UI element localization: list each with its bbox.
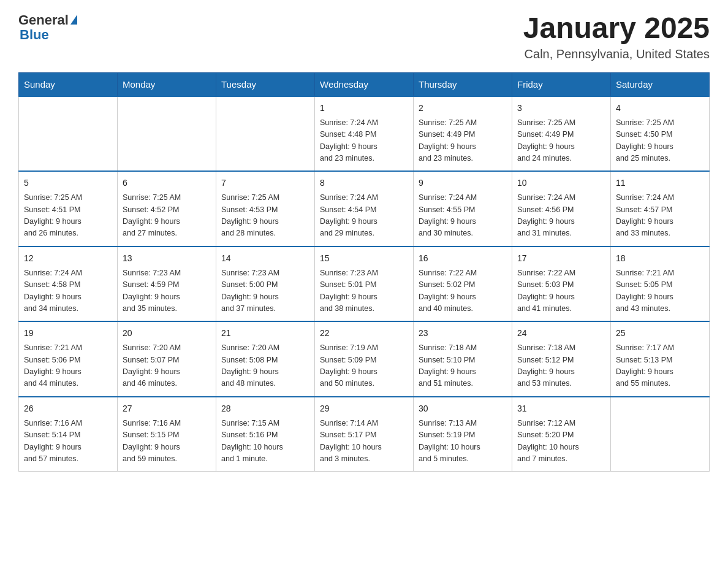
day-number: 20 [123,327,211,340]
calendar-day-cell: 2Sunrise: 7:25 AMSunset: 4:49 PMDaylight… [414,96,512,172]
calendar-day-cell: 27Sunrise: 7:16 AMSunset: 5:15 PMDayligh… [118,397,216,472]
calendar-day-cell: 20Sunrise: 7:20 AMSunset: 5:07 PMDayligh… [118,321,216,397]
day-number: 26 [24,402,112,415]
day-number: 18 [616,252,704,265]
calendar-day-cell: 10Sunrise: 7:24 AMSunset: 4:56 PMDayligh… [512,171,611,247]
calendar-day-cell: 25Sunrise: 7:17 AMSunset: 5:13 PMDayligh… [611,321,710,397]
calendar-week-row: 12Sunrise: 7:24 AMSunset: 4:58 PMDayligh… [19,247,710,322]
day-number: 28 [221,402,309,415]
day-info: Sunrise: 7:23 AMSunset: 5:01 PMDaylight:… [320,269,378,313]
day-number: 24 [517,327,605,340]
calendar-day-cell: 23Sunrise: 7:18 AMSunset: 5:10 PMDayligh… [414,321,512,397]
day-number: 27 [123,402,211,415]
day-number: 5 [24,177,112,190]
header-wednesday: Wednesday [315,72,414,96]
day-info: Sunrise: 7:23 AMSunset: 4:59 PMDaylight:… [123,269,181,313]
day-info: Sunrise: 7:24 AMSunset: 4:57 PMDaylight:… [616,193,674,237]
calendar-week-row: 26Sunrise: 7:16 AMSunset: 5:14 PMDayligh… [19,397,710,472]
day-number: 23 [419,327,507,340]
calendar-day-cell: 19Sunrise: 7:21 AMSunset: 5:06 PMDayligh… [19,321,118,397]
logo-triangle-icon [70,15,77,25]
weekday-header-row: Sunday Monday Tuesday Wednesday Thursday… [19,72,710,96]
header-thursday: Thursday [414,72,512,96]
day-number: 8 [320,177,408,190]
day-info: Sunrise: 7:13 AMSunset: 5:19 PMDaylight:… [419,419,480,463]
day-info: Sunrise: 7:24 AMSunset: 4:56 PMDaylight:… [517,193,575,237]
day-number: 16 [419,252,507,265]
day-number: 14 [221,252,309,265]
calendar-day-cell: 5Sunrise: 7:25 AMSunset: 4:51 PMDaylight… [19,171,118,247]
day-info: Sunrise: 7:18 AMSunset: 5:12 PMDaylight:… [517,343,575,388]
calendar-day-cell: 21Sunrise: 7:20 AMSunset: 5:08 PMDayligh… [216,321,315,397]
calendar-day-cell: 1Sunrise: 7:24 AMSunset: 4:48 PMDaylight… [315,96,414,172]
calendar-day-cell: 24Sunrise: 7:18 AMSunset: 5:12 PMDayligh… [512,321,611,397]
header-saturday: Saturday [611,72,710,96]
day-number: 17 [517,252,605,265]
day-info: Sunrise: 7:20 AMSunset: 5:07 PMDaylight:… [123,343,181,388]
day-info: Sunrise: 7:25 AMSunset: 4:49 PMDaylight:… [419,118,477,163]
calendar-day-cell: 4Sunrise: 7:25 AMSunset: 4:50 PMDaylight… [611,96,710,172]
calendar-day-cell [19,96,118,172]
day-info: Sunrise: 7:16 AMSunset: 5:15 PMDaylight:… [123,419,181,463]
header-tuesday: Tuesday [216,72,315,96]
day-number: 6 [123,177,211,190]
day-info: Sunrise: 7:18 AMSunset: 5:10 PMDaylight:… [419,343,477,388]
day-info: Sunrise: 7:25 AMSunset: 4:49 PMDaylight:… [517,118,575,163]
day-info: Sunrise: 7:25 AMSunset: 4:51 PMDaylight:… [24,193,82,237]
day-number: 9 [419,177,507,190]
calendar-day-cell: 13Sunrise: 7:23 AMSunset: 4:59 PMDayligh… [118,247,216,322]
calendar-week-row: 1Sunrise: 7:24 AMSunset: 4:48 PMDaylight… [19,96,710,172]
calendar-day-cell: 30Sunrise: 7:13 AMSunset: 5:19 PMDayligh… [414,397,512,472]
calendar-day-cell [611,397,710,472]
day-number: 12 [24,252,112,265]
day-number: 25 [616,327,704,340]
calendar-day-cell: 18Sunrise: 7:21 AMSunset: 5:05 PMDayligh… [611,247,710,322]
calendar-day-cell: 22Sunrise: 7:19 AMSunset: 5:09 PMDayligh… [315,321,414,397]
calendar-title-area: January 2025 Caln, Pennsylvania, United … [523,12,710,61]
day-info: Sunrise: 7:22 AMSunset: 5:03 PMDaylight:… [517,269,575,313]
calendar-day-cell: 31Sunrise: 7:12 AMSunset: 5:20 PMDayligh… [512,397,611,472]
calendar-day-cell: 26Sunrise: 7:16 AMSunset: 5:14 PMDayligh… [19,397,118,472]
header-sunday: Sunday [19,72,118,96]
calendar-day-cell: 17Sunrise: 7:22 AMSunset: 5:03 PMDayligh… [512,247,611,322]
calendar-day-cell: 28Sunrise: 7:15 AMSunset: 5:16 PMDayligh… [216,397,315,472]
calendar-day-cell: 7Sunrise: 7:25 AMSunset: 4:53 PMDaylight… [216,171,315,247]
day-number: 29 [320,402,408,415]
logo: General Blue [18,12,77,43]
calendar-day-cell [216,96,315,172]
day-number: 31 [517,402,605,415]
day-info: Sunrise: 7:20 AMSunset: 5:08 PMDaylight:… [221,343,279,388]
day-number: 19 [24,327,112,340]
day-number: 30 [419,402,507,415]
calendar-day-cell: 6Sunrise: 7:25 AMSunset: 4:52 PMDaylight… [118,171,216,247]
day-info: Sunrise: 7:22 AMSunset: 5:02 PMDaylight:… [419,269,477,313]
day-info: Sunrise: 7:23 AMSunset: 5:00 PMDaylight:… [221,269,279,313]
day-info: Sunrise: 7:24 AMSunset: 4:48 PMDaylight:… [320,118,378,163]
day-info: Sunrise: 7:21 AMSunset: 5:05 PMDaylight:… [616,269,674,313]
day-info: Sunrise: 7:24 AMSunset: 4:55 PMDaylight:… [419,193,477,237]
header-friday: Friday [512,72,611,96]
logo-blue-text: Blue [20,27,49,43]
day-number: 7 [221,177,309,190]
day-info: Sunrise: 7:15 AMSunset: 5:16 PMDaylight:… [221,419,283,463]
page-header: General Blue January 2025 Caln, Pennsylv… [18,12,710,61]
calendar-day-cell: 16Sunrise: 7:22 AMSunset: 5:02 PMDayligh… [414,247,512,322]
day-info: Sunrise: 7:12 AMSunset: 5:20 PMDaylight:… [517,419,579,463]
day-number: 10 [517,177,605,190]
logo-general-text: General [18,12,69,28]
day-info: Sunrise: 7:17 AMSunset: 5:13 PMDaylight:… [616,343,674,388]
day-number: 22 [320,327,408,340]
day-info: Sunrise: 7:19 AMSunset: 5:09 PMDaylight:… [320,343,378,388]
calendar-location: Caln, Pennsylvania, United States [523,47,710,61]
day-info: Sunrise: 7:25 AMSunset: 4:53 PMDaylight:… [221,193,279,237]
day-number: 3 [517,102,605,115]
calendar-day-cell: 12Sunrise: 7:24 AMSunset: 4:58 PMDayligh… [19,247,118,322]
calendar-week-row: 19Sunrise: 7:21 AMSunset: 5:06 PMDayligh… [19,321,710,397]
calendar-day-cell: 15Sunrise: 7:23 AMSunset: 5:01 PMDayligh… [315,247,414,322]
day-info: Sunrise: 7:25 AMSunset: 4:50 PMDaylight:… [616,118,674,163]
day-info: Sunrise: 7:21 AMSunset: 5:06 PMDaylight:… [24,343,82,388]
day-info: Sunrise: 7:14 AMSunset: 5:17 PMDaylight:… [320,419,382,463]
day-info: Sunrise: 7:25 AMSunset: 4:52 PMDaylight:… [123,193,181,237]
day-number: 1 [320,102,408,115]
day-number: 13 [123,252,211,265]
